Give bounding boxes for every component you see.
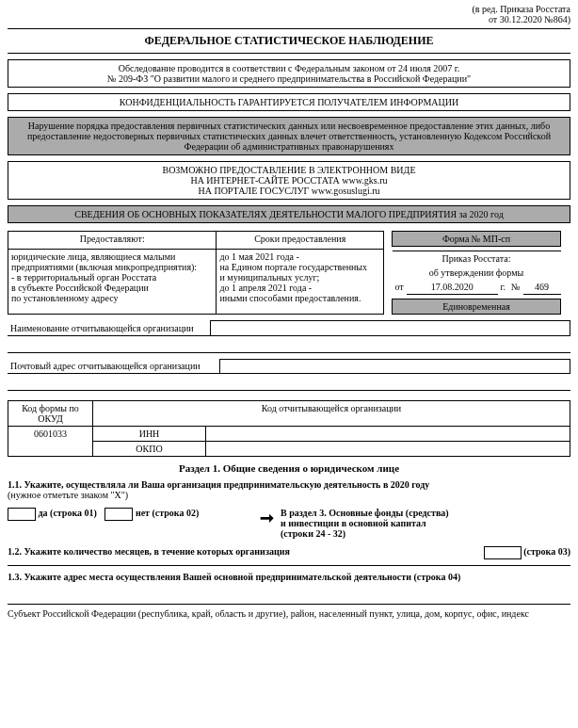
org-code-header: Код отчитывающейся организации [93, 401, 570, 427]
question-1-1-hint: (нужное отметьте знаком "Х") [8, 490, 570, 500]
months-input[interactable] [484, 546, 522, 559]
deadline-cell: до 1 мая 2021 года - на Едином портале г… [217, 249, 384, 314]
section1-title: Раздел 1. Общие сведения о юридическом л… [8, 462, 570, 474]
okud-value: 0601033 [8, 427, 93, 457]
form-number-box: Форма № МП-сп Приказ Росстата: об утверж… [392, 231, 561, 315]
inn-input[interactable] [206, 427, 570, 442]
question-1-2: 1.2. Укажите количество месяцев, в течен… [8, 546, 290, 557]
org-name-block: Наименование отчитывающейся организации [8, 320, 570, 336]
col-header-deadline: Сроки предоставления [217, 232, 384, 250]
org-addr-line2[interactable] [8, 378, 570, 391]
line03-label: (строка 03) [523, 546, 570, 557]
address-line-input[interactable] [8, 591, 570, 605]
col-header-who: Предоставляют: [8, 232, 217, 250]
violation-warning-box: Нарушение порядка предоставления первичн… [8, 117, 570, 155]
okpo-input[interactable] [206, 442, 570, 457]
question-1-3: 1.3. Укажите адрес места осуществления В… [8, 572, 570, 582]
who-cell: юридические лица, являющиеся малыми пред… [8, 249, 217, 314]
yes-label: да (строка 01) [39, 508, 97, 518]
form-info-title-box: СВЕДЕНИЯ ОБ ОСНОВНЫХ ПОКАЗАТЕЛЯХ ДЕЯТЕЛЬ… [8, 205, 570, 223]
survey-basis-box: Обследование проводится в соответствии с… [8, 59, 570, 88]
question-1-1: 1.1. Укажите, осуществляла ли Ваша орган… [8, 479, 570, 490]
electronic-submission-box: ВОЗМОЖНО ПРЕДОСТАВЛЕНИЕ В ЭЛЕКТРОННОМ ВИ… [8, 161, 570, 200]
org-name-line2[interactable] [8, 340, 570, 353]
org-addr-input[interactable] [219, 359, 570, 374]
checkbox-no[interactable] [104, 508, 133, 521]
org-addr-label: Почтовый адрес отчитывающейся организаци… [8, 359, 219, 374]
org-addr-block: Почтовый адрес отчитывающейся организаци… [8, 359, 570, 375]
org-name-input[interactable] [210, 321, 570, 336]
subject-hint: Субъект Российской Федерации (республика… [8, 608, 570, 619]
form-number-header: Форма № МП-сп [393, 232, 561, 247]
header-note: (в ред. Приказа Росстата от 30.12.2020 №… [8, 4, 570, 24]
submission-table: Предоставляют: Сроки предоставления юрид… [8, 231, 384, 315]
frequency-cell: Единовременная [393, 299, 561, 315]
no-label: нет (строка 02) [136, 508, 199, 518]
goto-section3-note: В раздел 3. Основные фонды (средства) и … [281, 508, 570, 539]
confidentiality-box: КОНФИДЕНЦИАЛЬНОСТЬ ГАРАНТИРУЕТСЯ ПОЛУЧАТ… [8, 93, 570, 111]
okud-header: Код формы по ОКУД [8, 401, 93, 427]
checkbox-yes[interactable] [8, 508, 36, 521]
arrow-icon: ➞ [252, 508, 281, 528]
main-title: ФЕДЕРАЛЬНОЕ СТАТИСТИЧЕСКОЕ НАБЛЮДЕНИЕ [8, 31, 570, 51]
codes-table: Код формы по ОКУД Код отчитывающейся орг… [8, 400, 570, 457]
inn-label: ИНН [93, 427, 206, 442]
org-name-label: Наименование отчитывающейся организации [8, 321, 210, 336]
okpo-label: ОКПО [93, 442, 206, 457]
